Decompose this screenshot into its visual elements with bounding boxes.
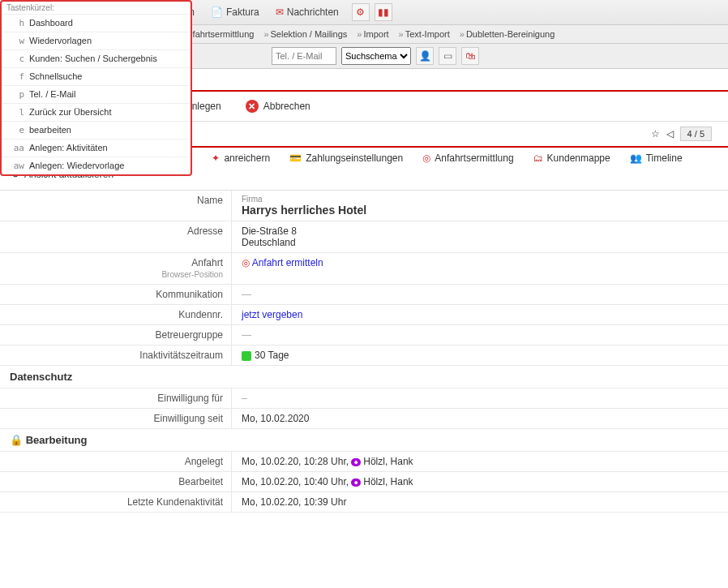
inakt-value: 30 Tage: [255, 350, 289, 361]
subnav-item[interactable]: »Dubletten-Bereinigung: [455, 29, 560, 39]
letzte-value: Mo, 10.02.20, 10:39 Uhr: [231, 492, 728, 512]
shortcut-row[interactable]: wWiedervorlagen: [2, 32, 191, 49]
company-name: Harrys herrliches Hotel: [242, 204, 718, 217]
search-user-icon-button[interactable]: 👤: [416, 47, 434, 65]
stats-icon-button[interactable]: ▮▮: [375, 3, 392, 21]
lock-icon: 🔒: [10, 434, 23, 446]
bag-icon-button[interactable]: 🛍: [461, 47, 479, 65]
label-bearbeitet: Bearbeitet: [0, 472, 231, 491]
user-badge-icon: ●: [351, 458, 360, 466]
street: Die-Straße 8: [242, 225, 718, 237]
label-einw-fuer: Einwilligung für: [0, 388, 231, 408]
detail-panel: Name Firma Harrys herrliches Hotel Adres…: [0, 190, 728, 513]
directions-button[interactable]: ◎Anfahrtsermittlung: [422, 152, 513, 164]
empty-value: —: [242, 329, 251, 341]
shortcut-row[interactable]: cKunden: Suchen / Suchergebnis: [2, 49, 191, 67]
card-icon: ▭: [443, 50, 452, 62]
label-kundennr: Kundennr.: [0, 305, 231, 324]
label-anfahrt-sub: Browser-Position: [161, 270, 223, 279]
label-letzte: Letzte Kundenaktivität: [0, 492, 231, 512]
top-tab-nachrichten[interactable]: ✉ Nachrichten: [268, 6, 347, 18]
phone-email-input[interactable]: [272, 47, 336, 65]
prev-icon[interactable]: ◁: [666, 128, 674, 139]
shortcut-row[interactable]: fSchnellsuche: [2, 67, 191, 85]
label-inakt: Inaktivitätszeitraum: [0, 346, 231, 365]
enrich-button[interactable]: ✦anreichern: [212, 152, 270, 164]
user-name: Hölzl, Hank: [363, 476, 413, 487]
cancel-icon: ✕: [246, 100, 259, 113]
shortcut-row[interactable]: hDashboard: [2, 14, 191, 32]
label-adresse: Adresse: [0, 221, 231, 252]
mail-icon: ✉: [276, 6, 284, 18]
subnav-item[interactable]: »Import: [352, 29, 393, 39]
shortcut-row[interactable]: aaAnlegen: Aktivitäten: [2, 139, 191, 157]
shortcut-row[interactable]: lZurück zur Übersicht: [2, 103, 191, 121]
user-icon: 👤: [419, 50, 431, 62]
document-icon: 📄: [211, 6, 223, 18]
section-bearbeitung: 🔒 Bearbeitung: [0, 429, 728, 452]
user-badge-icon: ●: [351, 479, 360, 487]
top-tab-faktura[interactable]: 📄 Faktura: [203, 6, 268, 18]
label-name: Name: [0, 191, 231, 221]
section-datenschutz: Datenschutz: [0, 366, 728, 388]
suchschema-select[interactable]: Suchschema: [341, 47, 411, 65]
magic-icon: ✦: [212, 152, 220, 164]
bearbeitet-date: Mo, 10.02.20, 10:40 Uhr,: [242, 476, 349, 487]
country: Deutschland: [242, 237, 718, 248]
timeline-button[interactable]: 👥Timeline: [630, 152, 683, 164]
shortcut-title: Tastenkürzel:: [2, 2, 191, 14]
settings-icon-button[interactable]: ⚙: [352, 3, 370, 21]
people-icon: 👥: [630, 152, 642, 164]
target-icon: ◎: [422, 152, 430, 164]
label-betreuer: Betreuergruppe: [0, 325, 231, 345]
payment-button[interactable]: 💳Zahlungseinstellungen: [289, 152, 403, 164]
empty-value: —: [242, 289, 251, 300]
shortcut-row[interactable]: ebearbeiten: [2, 121, 191, 139]
angelegt-date: Mo, 10.02.20, 10:28 Uhr,: [242, 456, 349, 467]
company-tag: Firma: [242, 195, 718, 204]
user-name: Hölzl, Hank: [363, 456, 413, 467]
label-angelegt: Angelegt: [0, 452, 231, 471]
gear-icon: ⚙: [356, 6, 365, 18]
einw-seit-value: Mo, 10.02.2020: [231, 409, 728, 428]
abbrechen-button[interactable]: ✕ Abbrechen: [246, 100, 310, 113]
bag-icon: 🛍: [465, 50, 475, 62]
target-icon: ◎: [242, 257, 250, 268]
card-icon: 💳: [289, 152, 302, 164]
label-einw-seit: Einwilligung seit: [0, 409, 231, 428]
shortcut-popup: Tastenkürzel: hDashboard wWiedervorlagen…: [0, 0, 192, 176]
subnav-item[interactable]: »Selektion / Mailings: [259, 29, 352, 39]
directions-link[interactable]: Anfahrt ermitteln: [252, 257, 323, 268]
shortcut-row[interactable]: awAnlegen: Wiedervorlage: [2, 157, 191, 174]
assign-number-link[interactable]: jetzt vergeben: [242, 309, 302, 320]
subnav-item[interactable]: »Text-Import: [394, 29, 455, 39]
label-anfahrt: Anfahrt: [191, 257, 223, 268]
barchart-icon: ▮▮: [378, 6, 389, 18]
folder-button[interactable]: 🗂Kundenmappe: [533, 152, 610, 164]
star-icon[interactable]: ☆: [651, 128, 660, 139]
status-indicator: [242, 351, 251, 361]
card-icon-button[interactable]: ▭: [439, 47, 456, 65]
page-count: 4 / 5: [680, 127, 712, 141]
empty-value: –: [242, 393, 247, 404]
folder-icon: 🗂: [533, 152, 543, 164]
shortcut-row[interactable]: pTel. / E-Mail: [2, 85, 191, 103]
label-komm: Kommunikation: [0, 285, 231, 304]
